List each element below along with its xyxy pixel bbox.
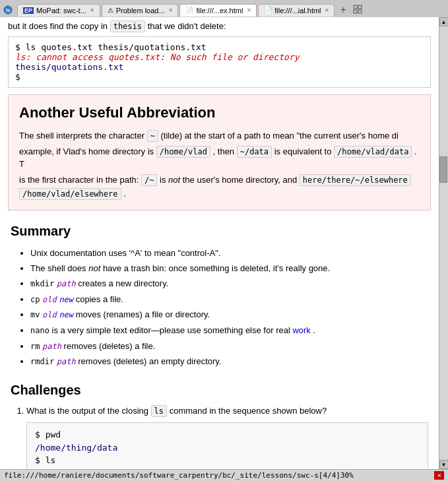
rmdir-param: path bbox=[57, 357, 76, 366]
prompt-1: $ bbox=[15, 42, 26, 52]
prompt-2: $ bbox=[15, 72, 20, 82]
summary-text-5: moves (renames) a file or directory. bbox=[76, 309, 210, 319]
abbrev-paragraph: The shell interprets the character ~ (ti… bbox=[19, 129, 420, 143]
challenge-ls-code: ls bbox=[151, 405, 167, 417]
summary-section: Summary Unix documentation uses '^A' to … bbox=[0, 217, 439, 376]
summary-text-6b: . bbox=[313, 325, 316, 335]
browser-icon: fx bbox=[3, 5, 13, 15]
cp-cmd: cp bbox=[30, 295, 40, 304]
svg-rect-2 bbox=[354, 5, 357, 9]
cmd-ls: ls quotes.txt thesis/quotations.txt bbox=[26, 42, 207, 52]
tab-close-2[interactable]: × bbox=[169, 7, 173, 14]
terminal-line-3: thesis/quotations.txt bbox=[15, 62, 424, 72]
tab-ex[interactable]: 📄 file:///...ex.html × bbox=[179, 4, 257, 16]
tab-close-3[interactable]: × bbox=[247, 7, 251, 14]
cp-new-param: new bbox=[59, 295, 73, 304]
full-path-code: /home/vlad/data bbox=[334, 146, 412, 158]
tab-arrange-icon[interactable] bbox=[353, 5, 362, 16]
rm-param: path bbox=[42, 342, 61, 351]
abbrev-text-4: , then bbox=[213, 146, 237, 156]
terminal-line-4: $ bbox=[15, 72, 424, 82]
tab-label-2: Problem load... bbox=[116, 7, 165, 15]
challenge-code-line-2: /home/thing/data bbox=[35, 441, 420, 455]
tab-label-3: file:///...ex.html bbox=[196, 7, 243, 15]
challenges-title: Challenges bbox=[11, 383, 428, 398]
abbrev-text-5: is equivalent to bbox=[274, 146, 334, 156]
challenge-code-block: $ pwd /home/thing/data $ ls bbox=[26, 422, 428, 469]
abbrev-title: Another Useful Abbreviation bbox=[19, 104, 420, 121]
abbrev-section: Another Useful Abbreviation The shell in… bbox=[8, 94, 431, 210]
slash-tilde-code: /~ bbox=[141, 174, 157, 186]
scroll-thumb[interactable] bbox=[439, 156, 447, 183]
summary-text-7: removes (deletes) a file. bbox=[64, 341, 156, 351]
tab-favicon-1: EP bbox=[23, 7, 34, 14]
top-partial-text: but it does find the copy in thesis that… bbox=[0, 17, 439, 31]
challenges-list: What is the output of the closing ls com… bbox=[11, 404, 428, 469]
summary-text-8: removes (deletes) an empty directory. bbox=[78, 356, 221, 366]
summary-title: Summary bbox=[11, 224, 428, 239]
challenges-section: Challenges What is the output of the clo… bbox=[0, 376, 439, 469]
tab-close-4[interactable]: × bbox=[325, 7, 329, 14]
tab-bar: fx EP MoPad: swc-t... × ⚠ Problem load..… bbox=[0, 0, 448, 17]
scroll-down-button[interactable]: ▼ bbox=[439, 460, 449, 469]
tab-favicon-4: 📄 bbox=[264, 7, 272, 14]
summary-text-4: copies a file. bbox=[76, 294, 123, 304]
vlad-elsewhere-code: /home/vlad/elsewhere bbox=[19, 188, 121, 200]
browser-window: fx EP MoPad: swc-t... × ⚠ Problem load..… bbox=[0, 0, 448, 481]
cp-old-param: old bbox=[42, 295, 57, 304]
terminal-line-2: ls: cannot access quotes.txt: No such fi… bbox=[15, 52, 424, 62]
tab-favicon-2: ⚠ bbox=[108, 7, 113, 14]
rmdir-cmd: rmdir bbox=[30, 357, 54, 366]
new-tab-button[interactable]: + bbox=[336, 3, 350, 17]
scrollbar[interactable]: ▲ ▼ bbox=[439, 17, 448, 469]
abbrev-paragraph-3: is the first character in the path: /~ i… bbox=[19, 174, 420, 187]
mv-new-param: new bbox=[59, 310, 73, 319]
terminal-block: $ ls quotes.txt thesis/quotations.txt ls… bbox=[8, 36, 431, 88]
abbrev-text-8: is not the user's home directory, and bbox=[160, 175, 300, 185]
summary-item-5: mv old new moves (renames) a file or dir… bbox=[30, 307, 428, 323]
error-text: ls: cannot access quotes.txt: No such fi… bbox=[15, 52, 299, 62]
tab-problem[interactable]: ⚠ Problem load... × bbox=[102, 4, 179, 16]
summary-item-1: Unix documentation uses '^A' to mean "co… bbox=[30, 245, 428, 261]
summary-item-4: cp old new copies a file. bbox=[30, 292, 428, 307]
thesis-code: thesis bbox=[110, 20, 145, 32]
abbrev-text-1: The shell interprets the character bbox=[19, 131, 147, 141]
summary-item-6: nano is a very simple text editor—please… bbox=[30, 323, 428, 338]
summary-text-1: Unix documentation uses '^A' to mean "co… bbox=[30, 248, 220, 258]
challenge-code-line-3: $ ls bbox=[35, 454, 420, 467]
tab-close-1[interactable]: × bbox=[90, 7, 94, 14]
mkdir-cmd: mkdir bbox=[30, 279, 54, 288]
mkdir-param: path bbox=[57, 279, 76, 288]
challenge-item-1: What is the output of the closing ls com… bbox=[26, 404, 428, 469]
summary-work-highlight: work bbox=[292, 325, 310, 335]
status-bar: file:///home/raniere/documents/software_… bbox=[0, 469, 448, 481]
summary-item-8: rmdir path removes (deletes) an empty di… bbox=[30, 354, 428, 369]
challenge-text-1a: What is the output of the closing bbox=[26, 406, 151, 416]
summary-item-3: mkdir path creates a new directory. bbox=[30, 276, 428, 292]
rm-cmd: rm bbox=[30, 342, 40, 351]
svg-rect-4 bbox=[354, 10, 357, 13]
summary-item-7: rm path removes (deletes) a file. bbox=[30, 338, 428, 354]
svg-rect-3 bbox=[358, 5, 362, 9]
tilde-code: ~ bbox=[147, 130, 158, 142]
here-there-code: here/there/~/elsewhere bbox=[300, 174, 411, 186]
scroll-up-button[interactable]: ▲ bbox=[439, 17, 449, 26]
svg-text:fx: fx bbox=[6, 8, 10, 13]
challenge-text-1b: command in the sequence shown below? bbox=[170, 406, 327, 416]
scroll-track[interactable] bbox=[439, 26, 448, 460]
summary-not-italic: not bbox=[88, 263, 100, 273]
summary-text-2a: The shell does bbox=[30, 263, 88, 273]
abbrev-text-9: . bbox=[123, 189, 126, 199]
status-indicator: × bbox=[434, 471, 444, 480]
summary-text-6a: is a very simple text editor—please use … bbox=[52, 325, 293, 335]
tab-ial[interactable]: 📄 file:///...ial.html × bbox=[258, 4, 335, 16]
vlad-path-code: /home/vlad bbox=[156, 146, 210, 158]
tab-label-4: file:///...ial.html bbox=[274, 7, 321, 15]
svg-rect-5 bbox=[358, 10, 362, 13]
data-shortpath-code: ~/data bbox=[237, 146, 272, 158]
mv-old-param: old bbox=[42, 310, 57, 319]
abbrev-text-7: is the first character in the path: bbox=[19, 175, 141, 185]
summary-list: Unix documentation uses '^A' to mean "co… bbox=[11, 245, 428, 369]
abbrev-text-3: example, if Vlad's home directory is bbox=[19, 146, 156, 156]
tab-mopad[interactable]: EP MoPad: swc-t... × bbox=[17, 4, 100, 16]
